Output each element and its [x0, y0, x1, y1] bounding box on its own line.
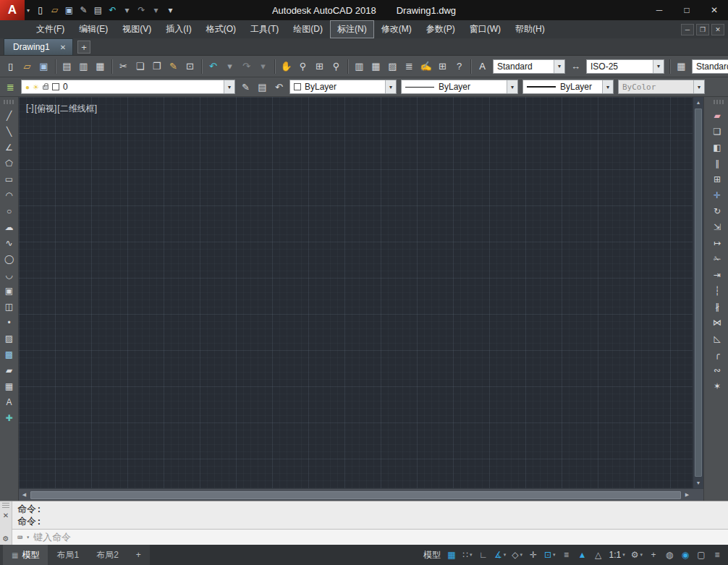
- erase-button[interactable]: ▰: [709, 109, 725, 123]
- copy-object-button[interactable]: ❏: [709, 124, 725, 139]
- ortho-mode-button[interactable]: ∟: [476, 547, 491, 563]
- open-button[interactable]: ▱: [48, 2, 62, 18]
- extend-button[interactable]: ⇥: [709, 268, 725, 282]
- array-button[interactable]: ⊞: [709, 172, 725, 187]
- object-snap-button[interactable]: ⊡▾: [542, 547, 558, 563]
- sheet-set-manager-button[interactable]: ≣: [401, 58, 418, 75]
- doc-close-button[interactable]: ✕: [711, 24, 724, 35]
- annotation-monitor-button[interactable]: +: [646, 547, 661, 563]
- scale-button[interactable]: ⇲: [709, 220, 725, 234]
- color-combo-caret-icon[interactable]: ▾: [385, 80, 396, 93]
- vertical-scroll-thumb[interactable]: [695, 109, 702, 477]
- scroll-right-button[interactable]: ▶: [682, 489, 693, 501]
- menu-dimension[interactable]: 标注(N): [330, 20, 374, 38]
- menu-draw[interactable]: 绘图(D): [286, 20, 330, 38]
- save-as-button[interactable]: ✎: [77, 2, 90, 18]
- arc-button[interactable]: ◠: [1, 188, 17, 203]
- undo-toolbar-dropdown[interactable]: ▾: [221, 58, 238, 75]
- annotation-visibility-button[interactable]: ▲: [575, 547, 590, 563]
- copy-button[interactable]: ❏: [132, 58, 148, 75]
- application-menu-button[interactable]: A: [0, 0, 25, 20]
- viewport-visual-style-control[interactable]: [二维线框]: [57, 103, 97, 115]
- offset-button[interactable]: ∥: [709, 156, 725, 171]
- construction-line-button[interactable]: ╲: [1, 124, 17, 139]
- layout2-tab[interactable]: 布局2: [88, 545, 127, 565]
- spline-button[interactable]: ∿: [1, 236, 17, 250]
- insert-block-button[interactable]: ▣: [1, 284, 17, 298]
- polygon-button[interactable]: ⬠: [1, 156, 17, 171]
- menu-modify[interactable]: 修改(M): [374, 20, 419, 38]
- graphics-performance-button[interactable]: ◉: [678, 547, 693, 563]
- scroll-left-button[interactable]: ◀: [19, 489, 30, 501]
- qnew-button[interactable]: ▯: [33, 2, 47, 18]
- tool-palettes-button[interactable]: ▨: [384, 58, 401, 75]
- point-button[interactable]: •: [1, 315, 17, 330]
- pan-button[interactable]: ✋: [278, 58, 295, 75]
- mirror-button[interactable]: ◧: [709, 140, 725, 155]
- customize-button[interactable]: ≡: [710, 547, 724, 563]
- revision-cloud-button[interactable]: ☁: [1, 220, 17, 234]
- move-button[interactable]: ✛: [709, 188, 725, 203]
- publish-button[interactable]: ▦: [92, 58, 109, 75]
- isolate-objects-button[interactable]: ◍: [662, 547, 677, 563]
- dim-style-combo-caret-icon[interactable]: ▾: [653, 60, 664, 73]
- lineweight-combo[interactable]: ByLayer ▾: [522, 80, 614, 94]
- doc-restore-button[interactable]: ❐: [696, 24, 709, 35]
- line-button[interactable]: ╱: [1, 109, 17, 123]
- hatch-button[interactable]: ▨: [1, 331, 17, 346]
- annotation-scale-button[interactable]: 1:1▾: [607, 547, 627, 563]
- horizontal-scrollbar[interactable]: ◀ ▶: [19, 488, 693, 501]
- clean-screen-button[interactable]: ▢: [694, 547, 708, 563]
- command-customize-button[interactable]: ⚙: [3, 535, 9, 543]
- command-input[interactable]: ⌨ ▾ 键入命令: [12, 529, 728, 545]
- help-button[interactable]: ?: [451, 58, 467, 75]
- workspace-switching-button[interactable]: ⚙▾: [629, 547, 645, 563]
- maximize-button[interactable]: □: [673, 0, 701, 20]
- designcenter-button[interactable]: ▦: [368, 58, 384, 75]
- zoom-previous-button[interactable]: ⚲: [328, 58, 344, 75]
- zoom-window-button[interactable]: ⊞: [311, 58, 328, 75]
- linetype-combo[interactable]: ByLayer ▾: [401, 80, 518, 94]
- recent-commands-caret-icon[interactable]: ▾: [26, 534, 30, 540]
- lineweight-display-button[interactable]: ≡: [559, 547, 574, 563]
- menu-file[interactable]: 文件(F): [29, 20, 72, 38]
- viewport-view-control[interactable]: [俯视]: [35, 103, 57, 115]
- ellipse-arc-button[interactable]: ◡: [1, 268, 17, 282]
- gradient-button[interactable]: ▩: [1, 347, 17, 362]
- redo-dropdown[interactable]: ▾: [149, 2, 163, 18]
- new-drawing-tab-button[interactable]: +: [77, 41, 90, 54]
- undo-dropdown[interactable]: ▾: [120, 2, 134, 18]
- quickcalc-button[interactable]: ⊞: [434, 58, 451, 75]
- color-combo[interactable]: ByLayer ▾: [289, 80, 397, 94]
- plot-toolbar-button[interactable]: ▤: [59, 58, 75, 75]
- undo-button[interactable]: ↶: [106, 2, 119, 18]
- text-style-combo[interactable]: Standard ▾: [493, 59, 565, 74]
- menu-insert[interactable]: 插入(I): [158, 20, 198, 38]
- close-button[interactable]: ✕: [701, 0, 728, 20]
- stretch-button[interactable]: ↦: [709, 236, 725, 250]
- linetype-combo-caret-icon[interactable]: ▾: [507, 80, 517, 93]
- layer-states-button[interactable]: ▤: [254, 78, 271, 95]
- zoom-realtime-button[interactable]: ⚲: [295, 58, 311, 75]
- menu-parametric[interactable]: 参数(P): [419, 20, 462, 38]
- paste-button[interactable]: ❐: [148, 58, 165, 75]
- minimize-button[interactable]: ─: [646, 0, 673, 20]
- text-style-button[interactable]: A: [474, 58, 491, 75]
- break-at-point-button[interactable]: ┆: [709, 284, 725, 298]
- redo-toolbar-button[interactable]: ↷: [238, 58, 255, 75]
- menu-view[interactable]: 视图(V): [115, 20, 158, 38]
- blend-curves-button[interactable]: ∾: [709, 363, 725, 378]
- circle-button[interactable]: ○: [1, 204, 17, 218]
- markup-set-manager-button[interactable]: ✍: [418, 58, 434, 75]
- snap-mode-button[interactable]: ∷▾: [460, 547, 475, 563]
- trim-button[interactable]: ✁: [709, 252, 725, 266]
- undo-toolbar-button[interactable]: ↶: [205, 58, 221, 75]
- region-button[interactable]: ▰: [1, 363, 17, 378]
- rectangle-button[interactable]: ▭: [1, 172, 17, 187]
- application-menu-caret-icon[interactable]: ▾: [27, 7, 30, 14]
- viewport-menu-control[interactable]: [-]: [26, 103, 34, 115]
- redo-toolbar-dropdown[interactable]: ▾: [255, 58, 271, 75]
- chamfer-button[interactable]: ◺: [709, 331, 725, 346]
- redo-button[interactable]: ↷: [135, 2, 148, 18]
- table-style-combo[interactable]: Standard ▾: [692, 59, 728, 74]
